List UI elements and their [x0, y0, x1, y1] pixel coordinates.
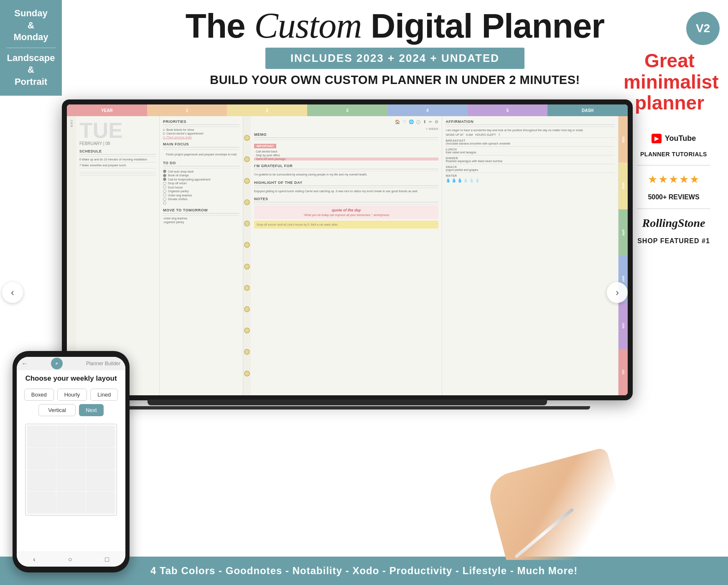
- snack-section: SNACK yogurt parfait and grapes: [445, 165, 615, 171]
- youtube-label: YouTube: [665, 134, 696, 143]
- youtube-box: ▶ YouTube: [652, 134, 696, 143]
- priority-1: 1- Book tickets for show: [163, 128, 239, 131]
- corner-badge: Sunday & Monday Landscape & Portrait: [0, 0, 62, 96]
- drop1: 💧: [445, 178, 451, 183]
- phone-back-icon[interactable]: ←: [22, 360, 28, 367]
- lunch-label: LUNCH: [445, 148, 615, 151]
- title-pre: The: [186, 7, 245, 45]
- rolling-stone-logo: RollingStone: [642, 216, 705, 230]
- boxed-button[interactable]: Boxed: [24, 389, 54, 401]
- move-2: -organize pantry: [163, 221, 239, 224]
- todo-7: Order dog leashes: [163, 193, 239, 197]
- drop3: 💧: [457, 178, 462, 183]
- tab-5[interactable]: 5: [468, 104, 548, 116]
- corner-line2: Monday: [13, 32, 48, 42]
- next-arrow[interactable]: ›: [607, 282, 628, 303]
- todo-8: Donate clothes: [163, 198, 239, 201]
- highlight-text: Enjoyed getting to spend lunch visiting …: [254, 189, 438, 194]
- lined-button[interactable]: Lined: [90, 389, 118, 401]
- main-title: The Custom Digital Planner: [186, 8, 604, 43]
- breakfast-text: chocolate banana smoothie with spinach o…: [445, 142, 615, 145]
- planner-tutorials-label: PLANNER TUTORIALS: [640, 151, 707, 158]
- title-post: Digital Planner: [371, 7, 604, 45]
- subtitle: BUILD YOUR OWN CUSTOM PLANNER IN UNDER 2…: [210, 73, 580, 87]
- star-rating: ★★★★★: [648, 173, 700, 186]
- divider2: [637, 209, 710, 209]
- drop2: 💧: [451, 178, 456, 183]
- phone-app-logo: P: [51, 358, 63, 369]
- todo-header: TO DO: [163, 161, 239, 166]
- tab-1[interactable]: 1: [147, 104, 227, 116]
- phone-nav-back[interactable]: ‹: [33, 556, 35, 563]
- title-script: Custom: [254, 5, 361, 46]
- dinner-section: DINNER Roasted asparagus with black bean…: [445, 157, 615, 163]
- tab-4[interactable]: 4: [387, 104, 468, 116]
- next-button[interactable]: Next: [79, 404, 104, 416]
- jul-tab[interactable]: JUL: [619, 349, 628, 395]
- woke-up-label: WOKE UP AT: [445, 133, 463, 136]
- laptop-mockup: YEAR 1 2 3 4 5 DASH JAN TUE FEBRUARY | 0…: [62, 99, 633, 557]
- priorities-header: PRIORITIES: [163, 120, 239, 125]
- bottom-banner-text: 4 Tab Colors - Goodnotes - Notability - …: [150, 565, 578, 577]
- memo-item-1: - Call dentist back: [254, 150, 438, 153]
- schedule-line1: [79, 162, 156, 163]
- grateful-header: I'M GRATEFUL FOR: [254, 164, 438, 169]
- todo-5: Dust house: [163, 186, 239, 189]
- woke-up-time: 6 AM: [466, 133, 473, 136]
- memo-column: 🏠 ♡ 🌐 ⓘ ⬆ ✏ ⚙ < WEEK MEMO IMPORTANT - Ca…: [251, 116, 442, 395]
- week-label: < WEEK: [254, 127, 438, 131]
- dinner-label: DINNER: [445, 157, 615, 160]
- tab-year[interactable]: YEAR: [67, 104, 147, 116]
- layout-buttons-row2: Vertical Next: [38, 404, 103, 416]
- prev-arrow[interactable]: ‹: [2, 282, 23, 303]
- globe-icon: 🌐: [409, 120, 414, 125]
- great-line3: planner: [624, 92, 715, 114]
- corner-line4: Portrait: [15, 76, 47, 87]
- youtube-icon: ▶: [652, 134, 662, 143]
- tab-dash[interactable]: DASH: [547, 104, 628, 116]
- water-drops: 💧 💧 💧 💧 💧 💧: [445, 178, 615, 183]
- apr-tab[interactable]: APR: [619, 209, 628, 256]
- priority-3: 3- Place grocery order: [163, 136, 239, 139]
- right-sidebar: ▶ YouTube PLANNER TUTORIALS ★★★★★ 5000+ …: [628, 134, 720, 245]
- todo-4: Drop off return: [163, 182, 239, 185]
- affirmation-column: AFFIRMATION I am eager to have a wonderf…: [442, 116, 619, 395]
- choose-layout-title: Choose your weekly layout: [25, 374, 117, 383]
- hourly-button[interactable]: Hourly: [57, 389, 87, 401]
- laptop-base: [148, 399, 547, 405]
- water-section: WATER 💧 💧 💧 💧 💧 💧: [445, 174, 615, 183]
- phone-nav-recent[interactable]: □: [105, 556, 109, 563]
- schedule-line3: [79, 172, 156, 172]
- heart-icon: ♡: [402, 120, 406, 125]
- corner-line3: Landscape: [7, 53, 55, 63]
- snack-label: SNACK: [445, 165, 615, 168]
- schedule-line5: [79, 175, 156, 176]
- tab-3[interactable]: 3: [307, 104, 387, 116]
- priorities-column: PRIORITIES 1- Book tickets for show 2- C…: [160, 116, 243, 395]
- priority-2: 2- Cancel doctor's appointment: [163, 132, 239, 135]
- laptop-body: YEAR 1 2 3 4 5 DASH JAN TUE FEBRUARY | 0…: [62, 99, 633, 400]
- sticky-note: Drop off soccer stuff at Lisa's house by…: [254, 221, 438, 229]
- schedule-divider: [79, 156, 156, 157]
- info-icon: ⓘ: [416, 120, 420, 125]
- great-minimalist-text: Great minimalist planner: [624, 50, 715, 114]
- settings-icon: ⚙: [435, 120, 438, 125]
- drop6: 💧: [475, 178, 480, 183]
- quote-title: quote of the day: [257, 208, 436, 212]
- memo-header: MEMO: [254, 132, 438, 138]
- feb-tab[interactable]: FEB: [619, 116, 628, 163]
- vertical-button[interactable]: Vertical: [38, 404, 76, 416]
- jun-tab[interactable]: JUN: [619, 302, 628, 348]
- jan-tab: JAN: [70, 120, 74, 127]
- quote-box: quote of the day "What you do today can …: [254, 206, 438, 219]
- great-line1: Great: [624, 50, 715, 71]
- main-focus-header: MAIN FOCUS: [163, 142, 239, 148]
- affirmation-text: I am eager to have a wonderful day and l…: [445, 128, 615, 132]
- phone-nav-home[interactable]: ○: [68, 556, 72, 563]
- laptop-foot: [104, 406, 590, 410]
- share-icon: ⬆: [423, 120, 426, 125]
- tab-2[interactable]: 2: [227, 104, 307, 116]
- todo-6: Organize pantry: [163, 190, 239, 193]
- layout-preview: [25, 424, 117, 516]
- mar-tab[interactable]: MAR: [619, 163, 628, 209]
